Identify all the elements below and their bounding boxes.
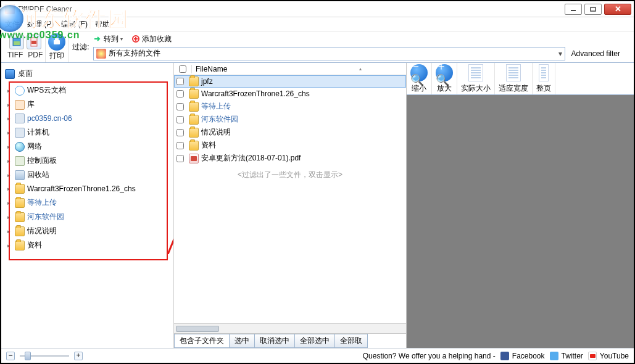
menu-file[interactable]: 文件 [5, 19, 20, 30]
include-subfolders-button[interactable]: 包含子文件夹 [174, 334, 230, 348]
svg-rect-6 [54, 40, 60, 44]
row-checkbox[interactable] [176, 129, 184, 136]
filter-note[interactable]: <过滤出了一些文件，双击显示> [174, 170, 406, 180]
tree-item[interactable]: ▸WPS云文档 [7, 83, 171, 97]
menu-process[interactable]: 处理 (P) [27, 19, 54, 30]
folder-icon [15, 198, 25, 208]
row-checkbox[interactable] [176, 116, 184, 123]
status-text: Question? We offer you a helping hand - [363, 352, 496, 360]
tree-item[interactable]: ▸等待上传 [7, 196, 171, 210]
menu-edit[interactable]: 编辑 (F) [61, 19, 88, 30]
tree-item[interactable]: ▸资料 [7, 238, 171, 252]
filter-icon [96, 49, 106, 59]
select-all-checkbox[interactable] [179, 65, 186, 73]
preview-canvas [407, 95, 634, 348]
file-row[interactable]: 河东软件园 [174, 113, 406, 126]
row-checkbox[interactable] [176, 142, 184, 149]
favorite-button[interactable]: 添加收藏 [131, 34, 172, 44]
svg-rect-7 [55, 38, 59, 41]
file-header[interactable]: ▴ FileName [174, 63, 406, 75]
file-icon [189, 154, 199, 163]
full-page-button[interactable]: 整页 [533, 63, 555, 94]
tree-item[interactable]: ▸回收站 [7, 168, 171, 182]
advanced-filter-link[interactable]: Advanced filter [571, 49, 620, 58]
file-icon [189, 115, 199, 125]
svg-rect-5 [31, 41, 36, 44]
tree-item[interactable]: ▸河东软件园 [7, 210, 171, 224]
folder-icon [15, 128, 25, 138]
check-button[interactable]: 选中 [229, 334, 255, 348]
file-row[interactable]: 资料 [174, 139, 406, 152]
preview-toolbar: －🔍缩小 ＋🔍放大 实际大小 适应宽度 整页 [407, 63, 634, 95]
uncheck-button[interactable]: 取消选中 [254, 334, 295, 348]
app-icon [5, 4, 15, 14]
tree-item[interactable]: ▸网络 [7, 139, 171, 154]
folder-icon [15, 241, 25, 250]
filter-label: 过滤: [72, 42, 89, 52]
facebook-icon [500, 352, 509, 360]
file-icon [189, 141, 199, 151]
youtube-link[interactable]: YouTube [588, 352, 629, 360]
tree-item[interactable]: ▸Warcraft3FrozenThrone1.26_chs [7, 182, 171, 196]
fit-width-button[interactable]: 适应宽度 [495, 63, 533, 94]
actual-size-button[interactable]: 实际大小 [457, 63, 495, 94]
tree-item[interactable]: ▸控制面板 [7, 154, 171, 168]
folder-icon [15, 100, 25, 110]
tree-root[interactable]: 桌面 [4, 67, 171, 81]
column-filename[interactable]: FileName [191, 65, 227, 73]
pdf-label: PDF [28, 51, 43, 59]
folder-icon [15, 184, 25, 194]
file-row[interactable]: jpfz [174, 75, 406, 88]
print-button[interactable] [48, 33, 65, 51]
facebook-link[interactable]: Facebook [500, 352, 545, 360]
file-icon [189, 102, 199, 112]
pdf-button[interactable] [27, 35, 41, 49]
tiff-button[interactable] [9, 35, 24, 49]
tree-item[interactable]: ▸pc0359.cn-06 [7, 112, 171, 125]
twitter-link[interactable]: Twitter [550, 352, 583, 360]
titlebar: Tiff/PDF Cleaner ✕ [1, 1, 634, 17]
row-checkbox[interactable] [176, 155, 184, 162]
zoom-in-button[interactable]: ＋🔍放大 [432, 63, 457, 94]
toolbar: TIFFPDF 打印 过滤: 转到▾ 添加收藏 所有支持的文件 ▾ Advanc… [1, 31, 634, 63]
tree-item[interactable]: ▸计算机 [7, 125, 171, 139]
row-checkbox[interactable] [176, 90, 184, 97]
filter-select[interactable]: 所有支持的文件 ▾ [93, 47, 565, 60]
row-checkbox[interactable] [176, 78, 184, 85]
folder-icon [15, 226, 25, 236]
folder-tree: 桌面 ▸WPS云文档▸库▸pc0359.cn-06▸计算机▸网络▸控制面板▸回收… [1, 63, 174, 348]
folder-icon [15, 212, 25, 222]
maximize-button[interactable] [584, 4, 602, 15]
tree-item[interactable]: ▸库 [7, 97, 171, 112]
svg-rect-3 [14, 41, 20, 45]
zoom-plus-button[interactable]: + [74, 352, 83, 360]
convert-button[interactable]: 转到▾ [93, 34, 123, 44]
minimize-button[interactable] [565, 4, 582, 15]
horizontal-scrollbar[interactable] [174, 323, 406, 333]
row-checkbox[interactable] [176, 103, 184, 110]
folder-icon [15, 142, 25, 152]
menubar: 文件 处理 (P) 编辑 (F) 帮助 [1, 17, 634, 31]
close-button[interactable]: ✕ [604, 4, 631, 15]
uncheck-all-button[interactable]: 全部取 [334, 334, 368, 348]
tiff-label: TIFF [7, 51, 23, 59]
twitter-icon [550, 352, 558, 360]
window-title: Tiff/PDF Cleaner [17, 5, 72, 14]
zoom-slider[interactable] [20, 352, 69, 360]
file-icon [189, 89, 199, 99]
folder-icon [15, 86, 25, 96]
check-all-button[interactable]: 全部选中 [294, 334, 335, 348]
tree-item[interactable]: ▸情况说明 [7, 224, 171, 238]
folder-icon [15, 156, 25, 166]
zoom-out-button[interactable]: －🔍缩小 [407, 63, 432, 94]
menu-help[interactable]: 帮助 [95, 19, 110, 30]
zoom-minus-button[interactable]: − [6, 352, 15, 360]
file-icon [189, 128, 199, 138]
preview-pane: －🔍缩小 ＋🔍放大 实际大小 适应宽度 整页 [407, 63, 634, 348]
file-row[interactable]: 安卓更新方法(2018-07-01).pdf [174, 152, 406, 165]
svg-rect-1 [591, 7, 596, 11]
file-row[interactable]: Warcraft3FrozenThrone1.26_chs [174, 88, 406, 100]
file-row[interactable]: 情况说明 [174, 126, 406, 139]
file-icon [189, 77, 199, 86]
file-row[interactable]: 等待上传 [174, 100, 406, 113]
